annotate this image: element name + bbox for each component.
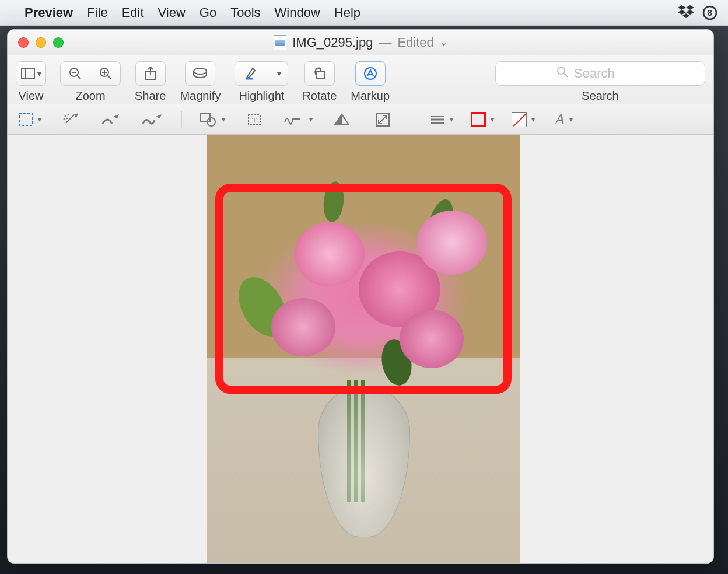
- adjust-color-tool[interactable]: [330, 109, 354, 130]
- chevron-down-icon: ▾: [491, 116, 494, 124]
- chevron-down-icon: ▾: [531, 116, 535, 124]
- svg-rect-26: [19, 114, 32, 125]
- image-canvas[interactable]: [8, 135, 713, 563]
- dropbox-menulet-icon[interactable]: [678, 5, 694, 20]
- chevron-down-icon: ▾: [569, 116, 573, 124]
- search-field[interactable]: [495, 61, 705, 86]
- svg-point-28: [65, 116, 66, 117]
- chevron-down-icon: ▾: [277, 69, 281, 78]
- chevron-down-icon: ▾: [37, 69, 41, 78]
- toolbar-label-magnify: Magnify: [180, 89, 220, 103]
- toolbar-label-zoom: Zoom: [75, 89, 105, 103]
- toolbar-label-rotate: Rotate: [302, 89, 337, 103]
- toolbar-label-highlight: Highlight: [239, 89, 284, 103]
- toolbar-label-share: Share: [135, 89, 166, 103]
- window-title-edited: Edited: [397, 35, 433, 50]
- sign-tool[interactable]: ▾: [284, 109, 313, 130]
- chevron-down-icon: ▾: [38, 116, 41, 124]
- rectangle-annotation[interactable]: [215, 184, 512, 394]
- svg-marker-32: [74, 114, 78, 117]
- svg-rect-35: [201, 114, 210, 122]
- menu-tools[interactable]: Tools: [230, 5, 260, 20]
- updates-menulet-icon[interactable]: 8: [702, 5, 718, 20]
- fill-color-menu[interactable]: ▾: [512, 109, 535, 130]
- svg-marker-4: [682, 13, 690, 18]
- svg-marker-33: [113, 114, 119, 118]
- app-menu[interactable]: Preview: [24, 5, 73, 20]
- svg-text:8: 8: [708, 8, 712, 18]
- menu-help[interactable]: Help: [334, 5, 360, 20]
- instant-alpha-tool[interactable]: [59, 109, 82, 130]
- system-menubar: Preview File Edit View Go Tools Window H…: [0, 0, 728, 26]
- text-style-menu[interactable]: A ▾: [552, 109, 576, 130]
- zoom-out-button[interactable]: [60, 61, 90, 86]
- toolbar-label-view: View: [19, 89, 44, 103]
- text-tool[interactable]: T: [243, 109, 266, 130]
- toolbar-separator: [412, 111, 412, 128]
- toolbar-label-markup: Markup: [351, 89, 390, 103]
- svg-marker-34: [156, 114, 162, 118]
- svg-marker-19: [247, 68, 255, 78]
- adjust-size-tool[interactable]: [371, 109, 394, 130]
- menu-go[interactable]: Go: [200, 5, 216, 20]
- window-minimize-button[interactable]: [36, 37, 46, 48]
- menu-window[interactable]: Window: [275, 5, 320, 20]
- draw-tool[interactable]: [141, 109, 164, 130]
- chevron-down-icon: ▾: [309, 116, 313, 124]
- svg-line-42: [379, 116, 387, 124]
- window-title-filename: IMG_0295.jpg: [292, 35, 373, 50]
- main-toolbar: ▾ View Zoom Share: [8, 55, 713, 104]
- preview-window: IMG_0295.jpg — Edited ⌄ ▾ View: [7, 29, 714, 564]
- window-close-button[interactable]: [18, 37, 29, 48]
- border-color-menu[interactable]: ▾: [471, 109, 494, 130]
- magnify-button[interactable]: [185, 61, 215, 86]
- rotate-button[interactable]: [304, 61, 335, 86]
- svg-rect-21: [317, 72, 325, 79]
- chevron-down-icon: ▾: [222, 116, 225, 124]
- svg-line-25: [564, 74, 568, 77]
- svg-point-24: [558, 67, 565, 74]
- sketch-tool[interactable]: [100, 109, 123, 130]
- view-mode-button[interactable]: ▾: [16, 61, 46, 86]
- markup-toolbar: ▾ ▾ T ▾ ▾: [8, 104, 713, 135]
- svg-rect-7: [22, 68, 34, 79]
- toolbar-label-search: Search: [582, 89, 618, 103]
- svg-text:T: T: [252, 116, 257, 124]
- search-icon: [556, 66, 568, 81]
- svg-point-30: [64, 118, 65, 120]
- svg-line-10: [77, 75, 80, 79]
- svg-marker-3: [686, 10, 694, 15]
- window-titlebar[interactable]: IMG_0295.jpg — Edited ⌄: [8, 30, 713, 55]
- fill-color-swatch: [512, 112, 527, 127]
- border-color-swatch: [471, 112, 486, 127]
- svg-point-29: [68, 114, 69, 115]
- svg-point-18: [194, 68, 206, 74]
- chevron-down-icon: ▾: [450, 116, 453, 124]
- title-dropdown-chevron-icon: ⌄: [440, 37, 447, 48]
- svg-point-31: [66, 118, 68, 119]
- shape-style-menu[interactable]: ▾: [430, 109, 453, 130]
- window-title-dash: —: [379, 35, 391, 50]
- menu-view[interactable]: View: [158, 5, 186, 20]
- document-proxy-icon: [274, 35, 286, 50]
- text-style-icon: A: [555, 111, 565, 128]
- menu-edit[interactable]: Edit: [122, 5, 144, 20]
- svg-marker-0: [678, 5, 686, 10]
- search-input[interactable]: [574, 66, 644, 81]
- highlight-menu-button[interactable]: ▾: [268, 61, 288, 86]
- zoom-in-button[interactable]: [90, 61, 121, 86]
- highlight-button[interactable]: [235, 61, 268, 86]
- svg-line-13: [107, 75, 111, 79]
- svg-marker-2: [678, 10, 686, 15]
- svg-marker-1: [686, 5, 694, 10]
- window-zoom-button[interactable]: [53, 37, 64, 48]
- menu-file[interactable]: File: [87, 5, 107, 20]
- shapes-tool[interactable]: ▾: [200, 109, 225, 130]
- markup-toolbar-button[interactable]: [355, 61, 386, 86]
- toolbar-separator: [181, 111, 182, 128]
- share-button[interactable]: [135, 61, 166, 86]
- rectangular-selection-tool[interactable]: ▾: [18, 109, 41, 130]
